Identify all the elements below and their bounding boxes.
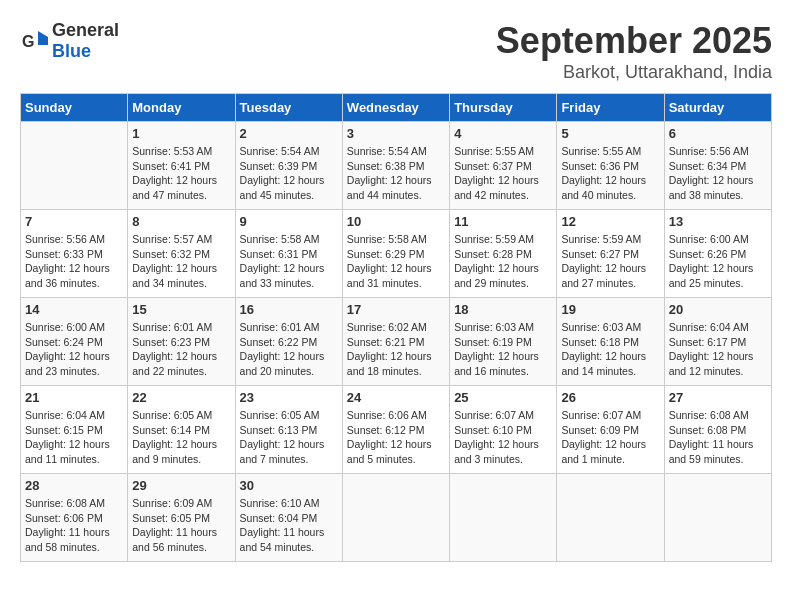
- day-number: 9: [240, 214, 338, 229]
- day-info: Sunrise: 5:58 AM Sunset: 6:29 PM Dayligh…: [347, 232, 445, 291]
- calendar-cell: [664, 474, 771, 562]
- calendar-cell: 14Sunrise: 6:00 AM Sunset: 6:24 PM Dayli…: [21, 298, 128, 386]
- day-number: 25: [454, 390, 552, 405]
- day-number: 23: [240, 390, 338, 405]
- week-row-4: 28Sunrise: 6:08 AM Sunset: 6:06 PM Dayli…: [21, 474, 772, 562]
- col-header-tuesday: Tuesday: [235, 94, 342, 122]
- day-info: Sunrise: 6:01 AM Sunset: 6:22 PM Dayligh…: [240, 320, 338, 379]
- day-number: 4: [454, 126, 552, 141]
- logo-icon: G: [20, 27, 48, 55]
- calendar-cell: 12Sunrise: 5:59 AM Sunset: 6:27 PM Dayli…: [557, 210, 664, 298]
- day-number: 16: [240, 302, 338, 317]
- day-info: Sunrise: 6:07 AM Sunset: 6:10 PM Dayligh…: [454, 408, 552, 467]
- calendar-cell: 24Sunrise: 6:06 AM Sunset: 6:12 PM Dayli…: [342, 386, 449, 474]
- title-block: September 2025 Barkot, Uttarakhand, Indi…: [496, 20, 772, 83]
- col-header-sunday: Sunday: [21, 94, 128, 122]
- day-info: Sunrise: 6:03 AM Sunset: 6:19 PM Dayligh…: [454, 320, 552, 379]
- day-info: Sunrise: 5:53 AM Sunset: 6:41 PM Dayligh…: [132, 144, 230, 203]
- day-number: 26: [561, 390, 659, 405]
- calendar-cell: 23Sunrise: 6:05 AM Sunset: 6:13 PM Dayli…: [235, 386, 342, 474]
- day-info: Sunrise: 5:56 AM Sunset: 6:33 PM Dayligh…: [25, 232, 123, 291]
- page-header: G General Blue September 2025 Barkot, Ut…: [20, 20, 772, 83]
- col-header-thursday: Thursday: [450, 94, 557, 122]
- calendar-cell: 10Sunrise: 5:58 AM Sunset: 6:29 PM Dayli…: [342, 210, 449, 298]
- day-info: Sunrise: 6:08 AM Sunset: 6:06 PM Dayligh…: [25, 496, 123, 555]
- calendar-cell: 7Sunrise: 5:56 AM Sunset: 6:33 PM Daylig…: [21, 210, 128, 298]
- day-info: Sunrise: 6:00 AM Sunset: 6:26 PM Dayligh…: [669, 232, 767, 291]
- day-info: Sunrise: 6:05 AM Sunset: 6:13 PM Dayligh…: [240, 408, 338, 467]
- day-info: Sunrise: 6:04 AM Sunset: 6:17 PM Dayligh…: [669, 320, 767, 379]
- svg-marker-1: [38, 31, 48, 45]
- day-number: 7: [25, 214, 123, 229]
- calendar-cell: [21, 122, 128, 210]
- logo: G General Blue: [20, 20, 119, 62]
- calendar-cell: 11Sunrise: 5:59 AM Sunset: 6:28 PM Dayli…: [450, 210, 557, 298]
- week-row-2: 14Sunrise: 6:00 AM Sunset: 6:24 PM Dayli…: [21, 298, 772, 386]
- month-title: September 2025: [496, 20, 772, 62]
- day-info: Sunrise: 6:01 AM Sunset: 6:23 PM Dayligh…: [132, 320, 230, 379]
- week-row-3: 21Sunrise: 6:04 AM Sunset: 6:15 PM Dayli…: [21, 386, 772, 474]
- day-number: 11: [454, 214, 552, 229]
- calendar-cell: 29Sunrise: 6:09 AM Sunset: 6:05 PM Dayli…: [128, 474, 235, 562]
- day-info: Sunrise: 5:59 AM Sunset: 6:27 PM Dayligh…: [561, 232, 659, 291]
- calendar-cell: 4Sunrise: 5:55 AM Sunset: 6:37 PM Daylig…: [450, 122, 557, 210]
- location: Barkot, Uttarakhand, India: [496, 62, 772, 83]
- calendar-cell: 21Sunrise: 6:04 AM Sunset: 6:15 PM Dayli…: [21, 386, 128, 474]
- day-info: Sunrise: 5:55 AM Sunset: 6:37 PM Dayligh…: [454, 144, 552, 203]
- calendar-table: SundayMondayTuesdayWednesdayThursdayFrid…: [20, 93, 772, 562]
- calendar-cell: 13Sunrise: 6:00 AM Sunset: 6:26 PM Dayli…: [664, 210, 771, 298]
- col-header-wednesday: Wednesday: [342, 94, 449, 122]
- day-number: 22: [132, 390, 230, 405]
- day-number: 5: [561, 126, 659, 141]
- week-row-0: 1Sunrise: 5:53 AM Sunset: 6:41 PM Daylig…: [21, 122, 772, 210]
- day-number: 27: [669, 390, 767, 405]
- day-number: 3: [347, 126, 445, 141]
- col-header-monday: Monday: [128, 94, 235, 122]
- calendar-cell: 20Sunrise: 6:04 AM Sunset: 6:17 PM Dayli…: [664, 298, 771, 386]
- calendar-cell: 22Sunrise: 6:05 AM Sunset: 6:14 PM Dayli…: [128, 386, 235, 474]
- calendar-cell: 15Sunrise: 6:01 AM Sunset: 6:23 PM Dayli…: [128, 298, 235, 386]
- calendar-cell: 25Sunrise: 6:07 AM Sunset: 6:10 PM Dayli…: [450, 386, 557, 474]
- calendar-cell: 3Sunrise: 5:54 AM Sunset: 6:38 PM Daylig…: [342, 122, 449, 210]
- logo-text-blue: Blue: [52, 41, 91, 61]
- calendar-cell: 2Sunrise: 5:54 AM Sunset: 6:39 PM Daylig…: [235, 122, 342, 210]
- day-info: Sunrise: 5:54 AM Sunset: 6:39 PM Dayligh…: [240, 144, 338, 203]
- day-info: Sunrise: 6:08 AM Sunset: 6:08 PM Dayligh…: [669, 408, 767, 467]
- day-info: Sunrise: 6:10 AM Sunset: 6:04 PM Dayligh…: [240, 496, 338, 555]
- day-number: 1: [132, 126, 230, 141]
- day-info: Sunrise: 5:59 AM Sunset: 6:28 PM Dayligh…: [454, 232, 552, 291]
- week-row-1: 7Sunrise: 5:56 AM Sunset: 6:33 PM Daylig…: [21, 210, 772, 298]
- calendar-cell: 18Sunrise: 6:03 AM Sunset: 6:19 PM Dayli…: [450, 298, 557, 386]
- day-info: Sunrise: 5:54 AM Sunset: 6:38 PM Dayligh…: [347, 144, 445, 203]
- day-info: Sunrise: 6:02 AM Sunset: 6:21 PM Dayligh…: [347, 320, 445, 379]
- day-info: Sunrise: 6:05 AM Sunset: 6:14 PM Dayligh…: [132, 408, 230, 467]
- calendar-cell: 27Sunrise: 6:08 AM Sunset: 6:08 PM Dayli…: [664, 386, 771, 474]
- day-number: 12: [561, 214, 659, 229]
- day-number: 2: [240, 126, 338, 141]
- logo-text-general: General: [52, 20, 119, 40]
- day-number: 6: [669, 126, 767, 141]
- day-info: Sunrise: 5:55 AM Sunset: 6:36 PM Dayligh…: [561, 144, 659, 203]
- day-info: Sunrise: 6:00 AM Sunset: 6:24 PM Dayligh…: [25, 320, 123, 379]
- calendar-cell: 16Sunrise: 6:01 AM Sunset: 6:22 PM Dayli…: [235, 298, 342, 386]
- calendar-cell: 5Sunrise: 5:55 AM Sunset: 6:36 PM Daylig…: [557, 122, 664, 210]
- calendar-cell: 30Sunrise: 6:10 AM Sunset: 6:04 PM Dayli…: [235, 474, 342, 562]
- svg-text:G: G: [22, 33, 34, 50]
- day-number: 19: [561, 302, 659, 317]
- day-info: Sunrise: 6:06 AM Sunset: 6:12 PM Dayligh…: [347, 408, 445, 467]
- header-row: SundayMondayTuesdayWednesdayThursdayFrid…: [21, 94, 772, 122]
- calendar-cell: [342, 474, 449, 562]
- day-number: 20: [669, 302, 767, 317]
- col-header-saturday: Saturday: [664, 94, 771, 122]
- day-number: 21: [25, 390, 123, 405]
- day-number: 28: [25, 478, 123, 493]
- col-header-friday: Friday: [557, 94, 664, 122]
- calendar-cell: 28Sunrise: 6:08 AM Sunset: 6:06 PM Dayli…: [21, 474, 128, 562]
- day-info: Sunrise: 6:09 AM Sunset: 6:05 PM Dayligh…: [132, 496, 230, 555]
- day-info: Sunrise: 6:07 AM Sunset: 6:09 PM Dayligh…: [561, 408, 659, 467]
- calendar-cell: 26Sunrise: 6:07 AM Sunset: 6:09 PM Dayli…: [557, 386, 664, 474]
- calendar-cell: 19Sunrise: 6:03 AM Sunset: 6:18 PM Dayli…: [557, 298, 664, 386]
- day-number: 29: [132, 478, 230, 493]
- calendar-cell: 1Sunrise: 5:53 AM Sunset: 6:41 PM Daylig…: [128, 122, 235, 210]
- day-info: Sunrise: 6:03 AM Sunset: 6:18 PM Dayligh…: [561, 320, 659, 379]
